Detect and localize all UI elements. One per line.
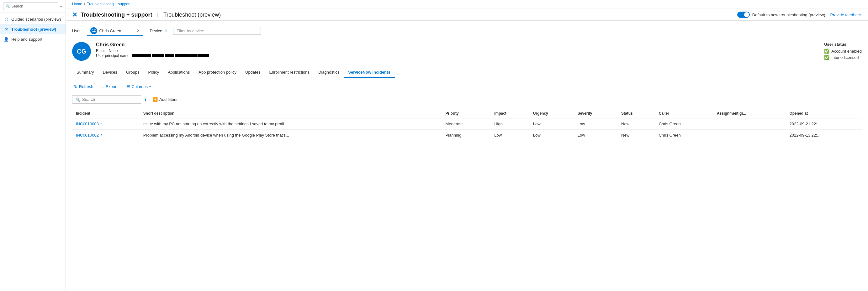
tab-groups[interactable]: Groups <box>122 67 144 78</box>
short-desc-1: Issue with my PC not starting up correct… <box>143 121 287 126</box>
add-filters-button[interactable]: 🔽 Add filters <box>150 96 180 103</box>
short-description-cell: Issue with my PC not starting up correct… <box>140 118 442 130</box>
user-name: Chris Green <box>96 42 209 48</box>
caller-cell: Chris Green <box>655 118 713 130</box>
col-status: Status <box>617 109 655 118</box>
user-chip-name: Chris Green <box>99 29 135 33</box>
status-intune-licensed: ✅ Intune licensed <box>824 55 862 60</box>
account-enabled-icon: ✅ <box>824 48 830 53</box>
columns-icon: ☰ <box>126 84 130 89</box>
tab-updates[interactable]: Updates <box>241 67 265 78</box>
page-header: ✕ Troubleshooting + support | Troublesho… <box>66 8 868 21</box>
user-info: Chris Green Email: None User principal n… <box>96 42 209 59</box>
col-short-description: Short description <box>140 109 442 118</box>
default-toggle[interactable] <box>737 11 750 18</box>
short-desc-2: Problem accessing my Android device when… <box>143 133 289 138</box>
content-area: User CG Chris Green ✕ Device ℹ Filter by… <box>66 21 868 291</box>
page-separator: | <box>157 12 158 17</box>
refresh-icon: ↻ <box>74 84 78 89</box>
sidebar-item-label: Troubleshoot (preview) <box>11 27 56 32</box>
sidebar-item-troubleshoot[interactable]: ✕ Troubleshoot (preview) <box>0 24 66 34</box>
columns-label: Columns <box>132 84 148 89</box>
breadcrumb-home[interactable]: Home <box>72 2 82 6</box>
toggle-label: Default to new troubleshooting (preview) <box>752 12 825 17</box>
user-status: User status ✅ Account enabled ✅ Intune l… <box>824 42 862 61</box>
incident-link-2[interactable]: INC0010002 ↗ <box>76 133 136 138</box>
tab-policy[interactable]: Policy <box>144 67 164 78</box>
search-filter-row: 🔍 ℹ 🔽 Add filters <box>72 95 862 104</box>
tab-summary[interactable]: Summary <box>72 67 98 78</box>
guided-scenarios-icon: ⬡ <box>4 16 9 22</box>
refresh-button[interactable]: ↻ Refresh <box>72 83 95 90</box>
tab-app-protection[interactable]: App protection policy <box>194 67 241 78</box>
columns-chevron-icon: ▾ <box>149 85 151 88</box>
col-urgency: Urgency <box>529 109 574 118</box>
tab-enrollment[interactable]: Enrollment restrictions <box>265 67 314 78</box>
priority-cell: Planning <box>442 130 491 141</box>
device-filter-label: Device <box>150 29 162 33</box>
col-severity: Severity <box>574 109 617 118</box>
tab-applications[interactable]: Applications <box>163 67 194 78</box>
external-link-icon: ↗ <box>100 134 102 137</box>
table-header: Incident ↓ Short description Priority Im… <box>72 109 862 118</box>
impact-cell: High <box>491 118 529 130</box>
sidebar-item-label: Help and support <box>11 37 42 42</box>
caller-cell: Chris Green <box>655 130 713 141</box>
export-icon: ↓ <box>102 84 104 89</box>
status-cell: New <box>617 118 655 130</box>
page-icon: ✕ <box>72 11 78 19</box>
export-button[interactable]: ↓ Export <box>100 83 120 90</box>
breadcrumb-current: Troubleshooting + support <box>87 2 130 6</box>
sidebar-search-input[interactable] <box>11 4 56 8</box>
table-body: INC0010003 ↗ Issue with my PC not starti… <box>72 118 862 141</box>
intune-licensed-label: Intune licensed <box>831 55 859 60</box>
user-email: Email: None <box>96 48 209 53</box>
sidebar-nav: ⬡ Guided scenarios (preview) ✕ Troublesh… <box>0 13 66 291</box>
filter-icon: 🔽 <box>153 97 158 102</box>
user-chip-close-icon[interactable]: ✕ <box>137 29 140 33</box>
device-info-icon[interactable]: ℹ <box>165 29 167 33</box>
breadcrumb-separator: > <box>84 2 86 6</box>
sidebar: 🔍 « ⬡ Guided scenarios (preview) ✕ Troub… <box>0 0 66 291</box>
opened-at-cell: 2022-09-13 22:... <box>785 130 862 141</box>
status-title: User status <box>824 42 862 47</box>
user-chip: CG Chris Green ✕ <box>87 26 143 36</box>
tab-devices[interactable]: Devices <box>98 67 122 78</box>
incident-link-1[interactable]: INC0010003 ↗ <box>76 121 136 126</box>
device-filter-input[interactable]: Filter by device <box>173 27 261 35</box>
search-box: 🔍 <box>72 95 141 104</box>
sidebar-item-help-support[interactable]: 👤 Help and support <box>0 34 66 44</box>
table-search-input[interactable] <box>82 97 132 102</box>
sort-icon[interactable]: ↓ <box>91 112 93 115</box>
tab-diagnostics[interactable]: Diagnostics <box>314 67 344 78</box>
incidents-table: Incident ↓ Short description Priority Im… <box>72 109 862 141</box>
col-priority: Priority <box>442 109 491 118</box>
status-account-enabled: ✅ Account enabled <box>824 48 862 53</box>
columns-button[interactable]: ☰ Columns ▾ <box>124 83 153 90</box>
export-label: Export <box>106 84 118 89</box>
page-title-area: ✕ Troubleshooting + support | Troublesho… <box>72 11 228 19</box>
col-opened-at: Opened at <box>785 109 862 118</box>
search-icon: 🔍 <box>6 4 10 8</box>
table-row: INC0010002 ↗ Problem accessing my Androi… <box>72 130 862 141</box>
sidebar-collapse-icon[interactable]: « <box>60 4 62 9</box>
severity-cell: Low <box>574 118 617 130</box>
sidebar-item-guided-scenarios[interactable]: ⬡ Guided scenarios (preview) <box>0 14 66 24</box>
provide-feedback-link[interactable]: Provide feedback <box>830 12 862 17</box>
refresh-label: Refresh <box>79 84 93 89</box>
table-row: INC0010003 ↗ Issue with my PC not starti… <box>72 118 862 130</box>
more-options-icon[interactable]: ··· <box>224 12 228 17</box>
user-profile: CG Chris Green Email: None User principa… <box>72 42 862 61</box>
col-impact: Impact <box>491 109 529 118</box>
help-icon: 👤 <box>4 37 9 42</box>
add-filters-label: Add filters <box>159 97 178 102</box>
main-content: Home > Troubleshooting + support ✕ Troub… <box>66 0 868 291</box>
search-info-icon[interactable]: ℹ <box>145 97 147 102</box>
external-link-icon: ↗ <box>100 122 102 125</box>
account-enabled-label: Account enabled <box>831 49 862 53</box>
upn-label: User principal name: <box>96 53 130 58</box>
toggle-thumb <box>744 12 749 17</box>
tab-servicenow[interactable]: ServiceNow incidents <box>344 67 395 78</box>
priority-cell: Moderate <box>442 118 491 130</box>
severity-cell: Low <box>574 130 617 141</box>
